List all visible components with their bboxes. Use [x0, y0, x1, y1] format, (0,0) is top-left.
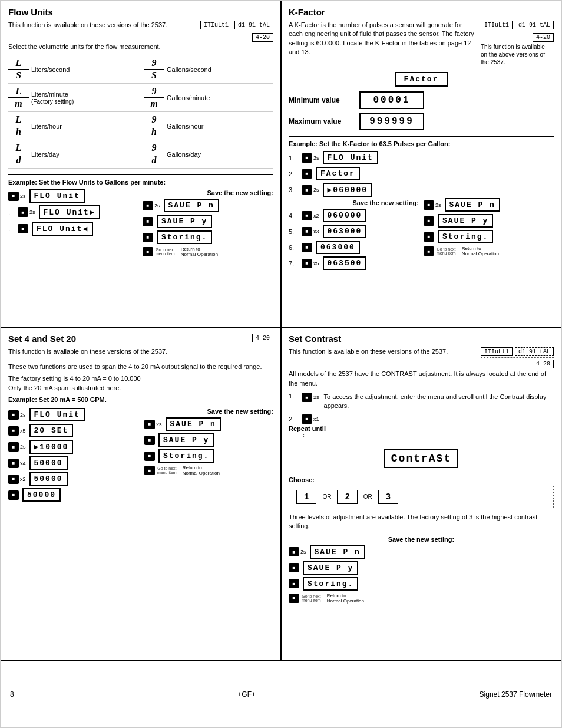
kf-step-3: 3. ■ 2s ▶060000: [289, 183, 419, 197]
s420-save-label: Save the new setting:: [144, 408, 273, 415]
unit-symbol-gd: 9 d: [144, 143, 164, 166]
lcd-flo-unit-3: FLO Unit◀: [32, 222, 93, 236]
save-lcd-1: SAUE P n: [164, 199, 219, 212]
save-btn-4[interactable]: ■: [143, 247, 153, 256]
save-step-3: ■ Storing.: [143, 230, 273, 244]
unit-label-ls: Liters/second: [29, 66, 138, 73]
setcontrast-section: Set Contrast ITIuLt1 d1 91 tAL 4-20 This…: [281, 327, 561, 661]
kf-lcd-2: FActor: [316, 167, 360, 180]
kfactor-steps-left: 1. ■ 2s FLO Unit 2. ■ FActor: [289, 151, 419, 272]
kfactor-min-label: Minimum value: [289, 96, 353, 104]
kf-return-label: Return toNormal Operation: [462, 246, 499, 256]
kf-save-1: ■ 2s SAUE P n: [424, 198, 554, 212]
flow-units-title: Flow Units: [8, 7, 273, 17]
kfactor-section: K-Factor ITIuLt1 d1 91 tAL 4-20 This fun…: [281, 1, 561, 327]
sc-save-lcd-2: SAUE P y: [303, 561, 358, 575]
kf-step-2: 2. ■ FActor: [289, 167, 419, 180]
option-desc: Three levels of adjustment are available…: [289, 513, 554, 531]
kf-step-5: 5. ■ x3 063000: [289, 225, 419, 238]
sc-version-3: 4-20: [533, 360, 554, 368]
version-chip-2: d1 91 tAL: [234, 21, 273, 29]
flow-units-section: Flow Units ITIuLt1 d1 91 tAL 4-20 This f…: [1, 1, 281, 327]
unit-symbol-lh: L h: [8, 114, 29, 137]
kf-step-1: 1. ■ 2s FLO Unit: [289, 151, 419, 164]
kfactor-display: FActor: [395, 72, 448, 87]
kfactor-example-title: Example: Set the K-Factor to 63.5 Pulses…: [289, 136, 554, 147]
set4and20-steps-container: ■ 2s FLO Unit ■ x5 20 SEt ■ 2s: [8, 408, 273, 504]
or-1: OR: [322, 493, 331, 500]
kfactor-steps-container: 1. ■ 2s FLO Unit 2. ■ FActor: [289, 151, 554, 272]
flow-step-1: ■ 2s FLO Unit: [8, 189, 139, 203]
s420-save-2: ■ SAUE P y: [144, 433, 273, 447]
choose-1[interactable]: 1: [296, 490, 316, 504]
s420-save-lcd-2: SAUE P y: [158, 433, 214, 447]
save-btn-2[interactable]: ■: [143, 217, 153, 226]
sc-save-3: ■ Storing.: [289, 577, 554, 591]
set4and20-desc1: This function is available on these vers…: [8, 347, 273, 356]
version-chip-3: 4-20: [252, 33, 273, 42]
kfactor-available: This function is available on the above …: [481, 43, 546, 66]
lcd-flo-unit-2: FLO Unit▶: [39, 205, 100, 219]
kf-save-lcd-1: SAUE P n: [445, 198, 500, 212]
save-btn-1[interactable]: ■: [143, 201, 153, 210]
unit-symbol-ls: L S: [8, 58, 29, 81]
btn-1[interactable]: ■: [8, 192, 19, 201]
unit-label-lh: Liters/hour: [29, 123, 138, 130]
sc-step-2: 2. ■ x1: [289, 414, 554, 424]
s420-lcd-4: 50000: [29, 456, 68, 470]
btn-2[interactable]: ■: [18, 207, 28, 217]
unit-symbol-lm: L m: [8, 86, 29, 109]
kf-lcd-7: 063500: [323, 256, 367, 270]
s420-lcd-1: FLO Unit: [29, 408, 85, 421]
kf-save-2: ■ SAUE P y: [424, 214, 554, 228]
save-btn-3[interactable]: ■: [143, 233, 153, 242]
unit-label-ld: Liters/day: [29, 151, 138, 158]
set4and20-desc4: Only the 20 mA span is illustrated here.: [8, 384, 273, 391]
choose-2[interactable]: 2: [337, 490, 357, 504]
set4and20-desc2: These two functions are used to span the…: [8, 363, 273, 371]
or-2: OR: [363, 493, 372, 500]
btn-3[interactable]: ■: [18, 224, 28, 233]
kfactor-version-3: 4-20: [533, 33, 554, 42]
product: Signet 2537 Flowmeter: [480, 690, 552, 699]
set4and20-section: Set 4 and Set 20 4-20 This function is a…: [1, 327, 281, 661]
contrast-display: ContrASt: [384, 449, 458, 468]
kf-lcd-6: 063000: [316, 241, 360, 254]
brand: +GF+: [237, 690, 256, 699]
flow-step-3: . ■ FLO Unit◀: [8, 222, 139, 236]
save-lcd-2: SAUE P y: [157, 215, 212, 228]
unit-label-gh: Gallons/hour: [164, 123, 273, 130]
flow-example-title: Example: Set the Flow Units to Gallons p…: [8, 174, 273, 186]
s420-lcd-2: 20 SEt: [29, 424, 74, 437]
repeat-label: Repeat until: [289, 425, 554, 432]
choose-row: 1 OR 2 OR 3: [289, 486, 554, 508]
unit-label-gd: Gallons/day: [164, 151, 273, 158]
s420-lcd-3: ▶10000: [29, 440, 74, 454]
s420-lcd-5: 50000: [29, 472, 68, 486]
set4and20-version: 4-20: [252, 334, 273, 342]
sc-save-lcd-1: SAUE P n: [310, 545, 365, 559]
save-step-4: ■ Go to next menu item Return toNormal O…: [143, 246, 273, 257]
kfactor-max-label: Maximum value: [289, 117, 353, 126]
s420-save-4: ■ Go to next menu item Return toNormal O…: [144, 465, 273, 476]
sc-save-1: ■ 2s SAUE P n: [289, 545, 554, 559]
kfactor-version-1: ITIuLt1: [481, 21, 513, 29]
unit-symbol-gs: 9 S: [144, 58, 164, 81]
kfactor-steps-right: ■ 2s SAUE P n ■ SAUE P y ■: [424, 151, 554, 272]
set4and20-steps-right: Save the new setting: ■ 2s SAUE P n ■ SA…: [144, 408, 273, 504]
flow-example-steps: ■ 2s FLO Unit . ■ 2s FLO Unit▶ .: [8, 189, 273, 259]
unit-label-gm: Gallons/minute: [164, 94, 273, 101]
set4and20-steps-left: ■ 2s FLO Unit ■ x5 20 SEt ■ 2s: [8, 408, 137, 504]
s420-save-1: ■ 2s SAUE P n: [144, 417, 273, 431]
contrast-display-container: ContrASt: [289, 446, 554, 472]
lcd-flo-unit-1: FLO Unit: [29, 189, 85, 203]
kf-step-4: 4. ■ x2 060000: [289, 209, 419, 222]
choose-label: Choose:: [289, 476, 554, 483]
s420-step-1: ■ 2s FLO Unit: [8, 408, 137, 421]
choose-3[interactable]: 3: [378, 490, 398, 504]
s420-step-6: ■ 50000: [8, 488, 137, 502]
set4and20-title: Set 4 and Set 20: [8, 334, 76, 344]
flow-steps-left: ■ 2s FLO Unit . ■ 2s FLO Unit▶ .: [8, 189, 139, 259]
s420-lcd-6: 50000: [22, 488, 61, 502]
save-step-2: ■ SAUE P y: [143, 215, 273, 228]
